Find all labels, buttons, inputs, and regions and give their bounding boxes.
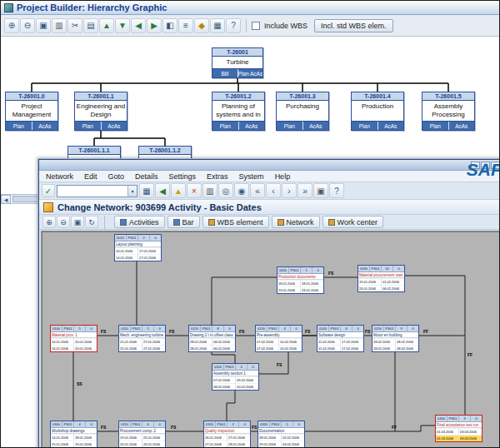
- network-activity-node[interactable]: 0020PS0110Production documents18.01.2006…: [277, 266, 324, 294]
- first-page-icon[interactable]: «: [250, 183, 265, 198]
- scroll-thumb[interactable]: [12, 196, 41, 202]
- bar-button[interactable]: Bar: [168, 216, 200, 228]
- filter-icon[interactable]: ◧: [162, 18, 178, 33]
- zoom-in-icon[interactable]: ⊕: [42, 216, 56, 228]
- connect-icon[interactable]: ◆: [194, 18, 209, 33]
- zoom-out-icon[interactable]: ⊖: [57, 216, 70, 228]
- wbs-node-T-26001.5[interactable]: T-26001.5Assembly ProcessingPlanAcAs: [422, 92, 475, 131]
- menu-help[interactable]: Help: [270, 172, 296, 181]
- network-activity-node[interactable]: 0400PS0130Final acceptance test run01.03…: [435, 415, 482, 442]
- command-field[interactable]: [58, 186, 128, 196]
- zoom-out-icon[interactable]: ⊖: [20, 18, 35, 33]
- menu-system[interactable]: System: [234, 172, 269, 181]
- help-icon[interactable]: ?: [226, 18, 241, 33]
- include-wbs-checkbox[interactable]: [252, 22, 260, 30]
- network-activity-node[interactable]: 0310PS0160Procurement comp. 219.01.20062…: [118, 421, 166, 448]
- wbs-button-acas[interactable]: AcAs: [378, 122, 404, 130]
- network-icon: [278, 219, 284, 226]
- fit-to-window-icon[interactable]: ▣: [36, 18, 51, 33]
- new-session-icon[interactable]: ▣: [313, 183, 328, 198]
- back-icon[interactable]: ◀: [155, 183, 170, 198]
- network-activity-node[interactable]: 0150PS0190Motor en building18.02.200628.…: [372, 325, 419, 352]
- save-icon[interactable]: ▦: [210, 18, 225, 33]
- wbs-button-plan[interactable]: Plan: [352, 122, 378, 130]
- menu-extras[interactable]: Extras: [202, 172, 233, 181]
- wbs-button-plan[interactable]: Plan: [212, 122, 238, 130]
- exit-icon[interactable]: ▲: [171, 183, 186, 198]
- menu-network[interactable]: Network: [41, 172, 78, 181]
- network-activity-node[interactable]: 0140PS0160Software design11.02.200617.02…: [317, 325, 364, 352]
- sap-titlebar[interactable]: −□×: [39, 160, 500, 171]
- activity-header-cell: 0: [312, 267, 323, 273]
- navigate-right-icon[interactable]: ▶: [147, 18, 162, 33]
- enter-button[interactable]: ✓: [42, 184, 55, 197]
- save-icon[interactable]: ▦: [139, 183, 154, 198]
- options-icon[interactable]: ≡: [178, 18, 193, 33]
- wbs-node-T-26001.3[interactable]: T-26001.3PurchasingPlanAcAs: [276, 92, 329, 131]
- wbs-button-acas[interactable]: AcAs: [238, 122, 265, 130]
- last-page-icon[interactable]: »: [298, 183, 312, 198]
- previous-page-icon[interactable]: ‹: [266, 183, 281, 198]
- menu-goto[interactable]: Goto: [103, 172, 130, 181]
- network-activity-node[interactable]: 0130PS0140Pre-assembly07.02.200610.02.20…: [255, 325, 302, 352]
- wbs-node-T-26001.0[interactable]: T-26001.0Project ManagementPlanAcAs: [5, 92, 58, 131]
- find-next-icon[interactable]: ◉: [234, 183, 249, 198]
- network-activity-node[interactable]: 0010PS0120Layout planning14.01.200617.01…: [114, 234, 162, 261]
- navigate-up-icon[interactable]: ▲: [99, 18, 114, 33]
- wbs-button-plan[interactable]: Plan: [6, 122, 32, 130]
- wbs-button-plan[interactable]: Plan: [422, 122, 448, 130]
- print-icon[interactable]: ▥: [202, 183, 218, 198]
- cancel-icon[interactable]: ×: [187, 183, 202, 198]
- wbs-button-acas[interactable]: AcAs: [101, 122, 128, 130]
- network-activity-node[interactable]: 0120PS0180Drawing 2 t m offset class28.0…: [188, 325, 236, 352]
- navigate-left-icon[interactable]: ◀: [131, 18, 146, 33]
- find-icon[interactable]: ◎: [218, 183, 233, 198]
- activity-header-cell: PS01: [270, 421, 282, 427]
- wbs-button-acas[interactable]: AcAs: [302, 122, 329, 130]
- refresh-icon[interactable]: ↻: [85, 216, 98, 228]
- network-activity-node[interactable]: 0320PS0120Quality inspection26.01.200627…: [203, 421, 251, 448]
- wbs-node-buttons: PlanAcAs: [422, 121, 474, 130]
- network-button[interactable]: Network: [272, 216, 320, 228]
- wbs-element-button[interactable]: WBS element: [202, 216, 269, 228]
- wbs-node-T-26001.2[interactable]: T-26001.2Planning of systems and inPlanA…: [212, 92, 265, 131]
- wbs-node-T-26001.4[interactable]: T-26001.4ProductionPlanAcAs: [351, 92, 404, 131]
- activities-button[interactable]: Activities: [114, 216, 165, 228]
- help-icon[interactable]: ?: [329, 183, 344, 198]
- cut-icon[interactable]: ✂: [68, 18, 82, 33]
- wbs-button-plan[interactable]: Plan: [75, 122, 101, 130]
- full-screen-icon[interactable]: ▣: [71, 216, 84, 228]
- pb-titlebar[interactable]: Project Builder: Hierarchy Graphic: [1, 1, 499, 15]
- next-page-icon[interactable]: ›: [282, 183, 297, 198]
- scroll-left-arrow-icon[interactable]: ◀: [1, 195, 11, 204]
- command-dropdown-icon[interactable]: ▾: [128, 186, 137, 197]
- network-activity-node[interactable]: 0330PS0150Documentation28.01.200602.02.2…: [258, 421, 305, 448]
- network-activity-node[interactable]: 0030PS01100Material procurement start19.…: [358, 265, 405, 292]
- activity-date-cell: 27.01.2006: [142, 345, 165, 351]
- incl-std-wbs-button[interactable]: Incl. std WBS elem.: [314, 19, 393, 32]
- network-activity-node[interactable]: 0300PS0140Workshop drawings14.01.200618.…: [50, 421, 98, 448]
- wbs-button-acas[interactable]: AcAs: [32, 122, 58, 130]
- activity-header-cell: 0: [408, 326, 418, 331]
- network-activity-node[interactable]: 0110PS0150Mech. engineering turbine21.01…: [118, 325, 166, 352]
- network-activity-node[interactable]: 0200PS0130Assembly section 107.02.200609…: [212, 363, 259, 391]
- wbs-button-plan-acas[interactable]: Plan AcAs: [238, 69, 263, 77]
- menu-details[interactable]: Details: [130, 172, 163, 181]
- menu-edit[interactable]: Edit: [79, 172, 102, 181]
- print-icon[interactable]: ▥: [52, 18, 67, 33]
- network-activity-node[interactable]: 0100PS0150Material prov. 114.01.200620.0…: [50, 325, 98, 352]
- wbs-node-T-26001[interactable]: T-26001TurbineBillPlan AcAs: [212, 47, 263, 78]
- wbs-button-bill[interactable]: Bill: [212, 69, 238, 77]
- work-center-button[interactable]: Work center: [322, 216, 383, 228]
- activity-dates-row: 21.01.200627.01.2006: [119, 338, 165, 345]
- layout-icon[interactable]: ▤: [83, 18, 98, 33]
- navigate-down-icon[interactable]: ▼: [115, 18, 130, 33]
- wbs-button-plan[interactable]: Plan: [277, 122, 302, 130]
- zoom-in-icon[interactable]: ⊕: [4, 18, 19, 33]
- wbs-node-T-26001.1[interactable]: T-26001.1Engineering and DesignPlanAcAs: [74, 92, 128, 131]
- network-diagram: FSFSFSFSFSFSFFFFFSFSFSFFSSFS 0010PS0120L…: [41, 231, 500, 448]
- sap-standard-toolbar: ✓ ▾ ▦◀▲×▥◎◉«‹›»▣?: [39, 182, 500, 200]
- wbs-button-acas[interactable]: AcAs: [448, 122, 475, 130]
- activity-date-cell: 25.01.2006: [142, 434, 165, 441]
- menu-settings[interactable]: Settings: [164, 172, 202, 181]
